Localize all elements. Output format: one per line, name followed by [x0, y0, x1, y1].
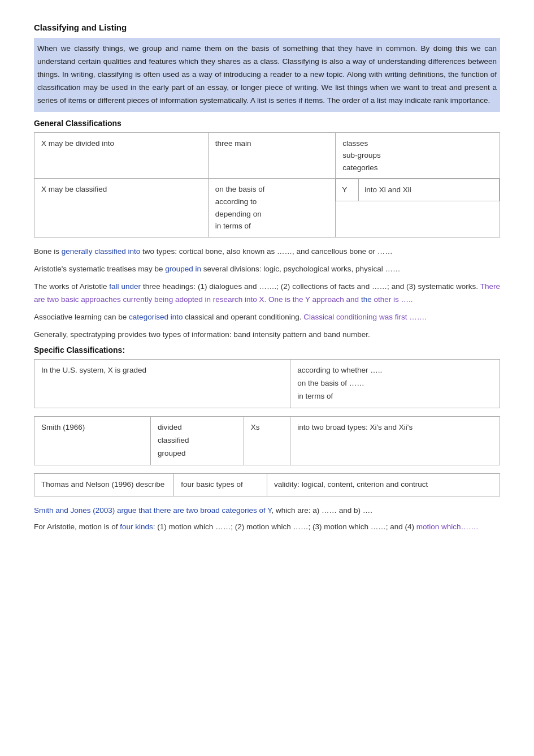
highlight: fall under	[109, 282, 141, 291]
example-associative: Associative learning can be categorised …	[34, 311, 500, 324]
table-cell-x-divided: X may be divided into	[34, 132, 209, 179]
example-bone: Bone is generally classified into two ty…	[34, 245, 500, 258]
intro-paragraph: When we classify things, we group and na…	[34, 38, 500, 112]
specific-table-2: Smith (1966) dividedclassifiedgrouped Xs…	[34, 416, 500, 465]
table-row: Smith (1966) dividedclassifiedgrouped Xs…	[34, 417, 500, 465]
highlight-purple: There are two basic approaches currently…	[34, 282, 500, 304]
general-classifications-table: X may be divided into three main classes…	[34, 132, 500, 237]
table-cell-basis: on the basis ofaccording todepending oni…	[208, 179, 335, 237]
table-row: In the U.S. system, X is graded accordin…	[34, 360, 500, 408]
example-aristotle-motion: For Aristotle, motion is of four kinds: …	[34, 521, 500, 534]
example-aristotle-2: The works of Aristotle fall under three …	[34, 280, 500, 306]
example-spectratyping: Generally, spectratyping provides two ty…	[34, 329, 500, 342]
table-row: X may be classified on the basis ofaccor…	[34, 179, 500, 237]
table-cell-y-xi-xii: Y into Xi and Xii	[336, 179, 500, 237]
highlight: grouped in	[165, 265, 201, 273]
table-cell-according: according to whether …..on the basis of …	[290, 360, 500, 408]
highlight: generally classified into	[62, 247, 141, 256]
table-cell-four-basic: four basic types of	[174, 474, 267, 496]
table-row: Thomas and Nelson (1996) describe four b…	[34, 474, 500, 496]
highlight-purple: motion which…….	[416, 522, 479, 531]
table-cell-smith: Smith (1966)	[34, 417, 151, 465]
highlight-blue: Smith and Jones (2003) argue that there …	[34, 506, 272, 515]
table-cell-divided: dividedclassifiedgrouped	[151, 417, 244, 465]
example-smith-jones: Smith and Jones (2003) argue that there …	[34, 504, 500, 517]
table-cell-classes: classessub-groupscategories	[336, 132, 500, 179]
table-cell-into-broad: into two broad types: Xi's and Xii's	[290, 417, 500, 465]
specific-section-title: Specific Classifications:	[34, 345, 500, 355]
table-cell-xs: Xs	[244, 417, 290, 465]
page-title: Classifying and Listing	[34, 23, 500, 32]
highlight-purple: Classical conditioning was first …….	[303, 313, 427, 321]
table-cell-us-system: In the U.S. system, X is graded	[34, 360, 290, 408]
highlight-blue: four kinds	[120, 522, 153, 531]
specific-table-1: In the U.S. system, X is graded accordin…	[34, 359, 500, 408]
example-aristotle-1: Aristotle's systematic treatises may be …	[34, 263, 500, 276]
specific-table-3: Thomas and Nelson (1996) describe four b…	[34, 473, 500, 496]
table-cell-x-classified: X may be classified	[34, 179, 209, 237]
general-section-title: General Classifications	[34, 119, 500, 128]
highlight: categorised into	[129, 313, 183, 321]
table-cell-three-main: three main	[208, 132, 335, 179]
table-row: X may be divided into three main classes…	[34, 132, 500, 179]
table-cell-thomas: Thomas and Nelson (1996) describe	[34, 474, 174, 496]
table-cell-validity: validity: logical, content, criterion an…	[267, 474, 500, 496]
